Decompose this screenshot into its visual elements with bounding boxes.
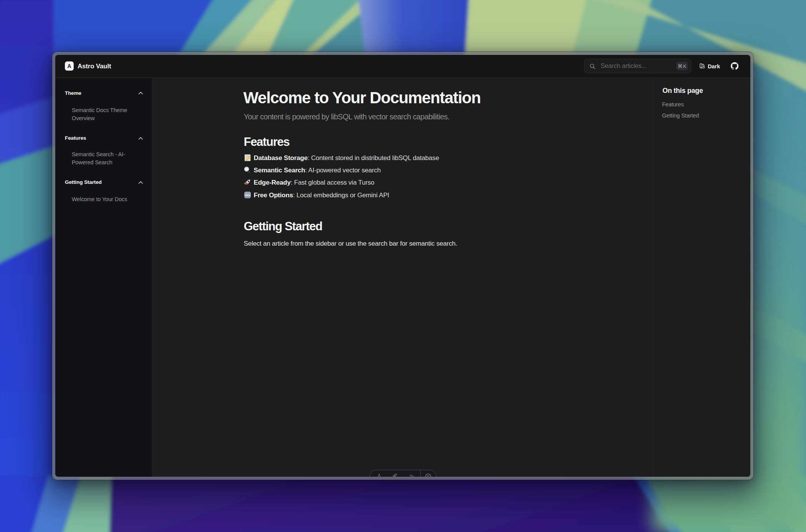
svg-text:FREE: FREE	[244, 194, 250, 196]
